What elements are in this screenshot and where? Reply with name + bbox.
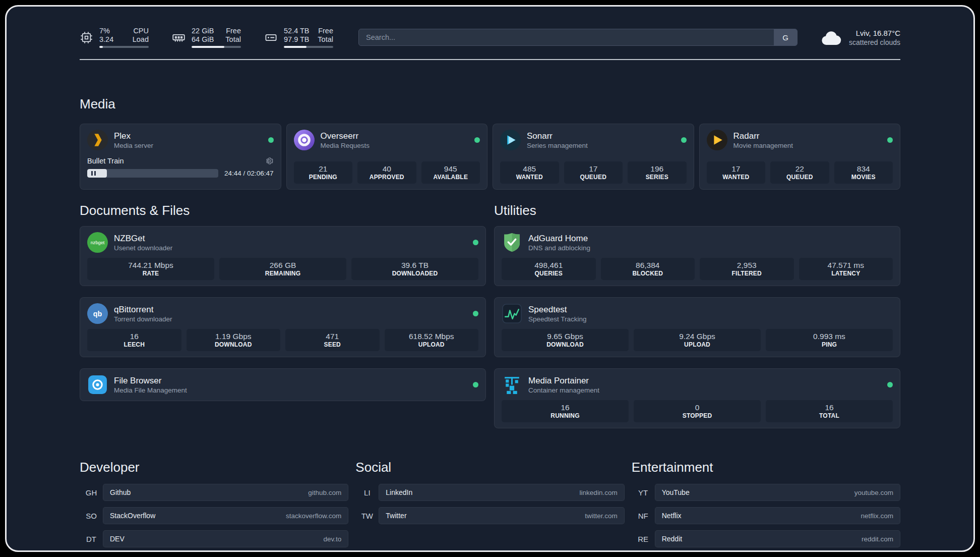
service-description: Media server [114, 141, 153, 150]
service-description: Speedtest Tracking [528, 315, 587, 323]
service-card-speedtest[interactable]: Speedtest Speedtest Tracking 9.65 GbpsDO… [494, 297, 900, 357]
bookmark-link-netflix[interactable]: Netflixnetflix.com [655, 507, 900, 524]
service-name: Radarr [733, 131, 793, 141]
service-card-nzbget[interactable]: nzbget NZBGet Usenet downloader 744.21 M… [80, 226, 486, 286]
memory-free: 22 GiB [192, 27, 214, 35]
service-name: Media Portainer [528, 375, 599, 386]
service-card-radarr[interactable]: Radarr Movie management 17WANTED 22QUEUE… [699, 124, 901, 190]
stat-box: 485WANTED [500, 161, 559, 184]
documents-column: Documents & Files nzbget NZBGet Usenet d… [80, 203, 486, 401]
search-provider-button[interactable]: G [774, 29, 797, 45]
cpu-widget: 7%CPU 3.24Load [80, 27, 149, 48]
bookmark-link-reddit[interactable]: Redditreddit.com [655, 530, 900, 547]
stat-box: 834MOVIES [834, 161, 893, 184]
cpu-load-label: Load [133, 35, 149, 44]
memory-progress-fill [192, 46, 224, 48]
bookmark-link-stackoverflow[interactable]: StackOverflowstackoverflow.com [103, 507, 348, 524]
bookmark-link-youtube[interactable]: YouTubeyoutube.com [655, 484, 900, 501]
stat-box: 618.52 MbpsUPLOAD [385, 329, 479, 351]
disk-progress-bar [284, 46, 333, 48]
service-card-portainer[interactable]: Media Portainer Container management 16R… [494, 368, 900, 428]
bookmark-abbr: TW [355, 512, 379, 520]
bookmark-link-github[interactable]: Githubgithub.com [103, 484, 348, 501]
sonarr-icon [500, 130, 521, 150]
search-bar: G [358, 29, 798, 46]
social-column: Social LI LinkedInlinkedin.com TW Twitte… [355, 460, 624, 524]
settings-gear-icon[interactable] [265, 156, 274, 165]
pause-icon [91, 171, 93, 176]
top-bar: 7%CPU 3.24Load 22 GiBFree 64 GiBTotal 52… [80, 7, 900, 48]
bookmark-link-linkedin[interactable]: LinkedInlinkedin.com [379, 484, 624, 501]
stat-box: 744.21 MbpsRATE [87, 258, 214, 280]
service-card-sonarr[interactable]: Sonarr Series management 485WANTED 17QUE… [493, 124, 694, 190]
status-indicator [268, 137, 274, 143]
stat-box: 9.65 GbpsDOWNLOAD [502, 329, 629, 351]
plex-icon [87, 130, 108, 150]
service-description: Torrent downloader [114, 315, 172, 323]
stat-box: 16RUNNING [502, 400, 629, 422]
service-name: Sonarr [527, 131, 588, 141]
search-input[interactable] [359, 29, 774, 45]
status-indicator [474, 137, 480, 143]
status-indicator [473, 240, 478, 245]
stat-box: 40APPROVED [357, 161, 416, 184]
header-divider [80, 59, 900, 60]
stat-box: 2,953FILTERED [700, 258, 794, 280]
stat-box: 196SERIES [628, 161, 687, 184]
service-name: NZBGet [114, 233, 172, 244]
radarr-icon [707, 130, 727, 150]
nzbget-icon: nzbget [87, 232, 108, 253]
bookmark-link-dev[interactable]: DEVdev.to [103, 530, 348, 547]
bookmark-abbr: GH [80, 488, 103, 497]
status-indicator [681, 137, 687, 143]
filebrowser-icon [87, 374, 108, 395]
disk-total-label: Total [318, 35, 333, 44]
cpu-progress-bar [99, 46, 149, 48]
playback-time: 24:44 / 02:06:47 [224, 170, 274, 177]
hdd-icon [264, 31, 278, 44]
service-card-qbittorrent[interactable]: qb qBittorrent Torrent downloader 16LEEC… [80, 297, 486, 357]
ram-icon [172, 31, 186, 44]
disk-total: 97.9 TB [284, 35, 310, 44]
section-title-developer: Developer [80, 460, 348, 475]
service-name: Plex [114, 131, 153, 141]
bookmark-abbr: LI [355, 488, 379, 497]
playback-progress-bar[interactable] [87, 169, 218, 178]
cpu-chip-icon [80, 31, 93, 44]
stat-box: 16TOTAL [766, 400, 893, 422]
memory-total: 64 GiB [192, 35, 214, 44]
stat-box: 471SEED [285, 329, 380, 351]
adguard-icon [502, 232, 522, 253]
service-description: DNS and adblocking [528, 244, 590, 252]
bookmark-row: DT DEVdev.to [80, 530, 348, 547]
bookmark-link-twitter[interactable]: Twittertwitter.com [379, 507, 624, 524]
portainer-icon [502, 374, 522, 395]
cloud-icon [821, 29, 842, 45]
service-card-adguard[interactable]: AdGuard Home DNS and adblocking 498,461Q… [494, 226, 900, 286]
disk-widget: 52.4 TBFree 97.9 TBTotal [264, 27, 333, 48]
bookmark-abbr: SO [80, 512, 103, 520]
stat-box: 22QUEUED [770, 161, 829, 184]
service-card-overseerr[interactable]: Overseerr Media Requests 21PENDING 40APP… [286, 124, 488, 190]
status-indicator [473, 311, 478, 316]
memory-free-label: Free [226, 27, 241, 35]
service-card-plex[interactable]: Plex Media server Bullet Train 24:44 / 0… [80, 124, 281, 190]
stat-box: 17WANTED [707, 161, 766, 184]
service-card-filebrowser[interactable]: File Browser Media File Management [80, 368, 486, 401]
stat-box: 9.24 GbpsUPLOAD [634, 329, 761, 351]
stat-box: 86,384BLOCKED [601, 258, 695, 280]
service-name: qBittorrent [114, 304, 172, 315]
bookmark-abbr: YT [632, 488, 655, 497]
bookmark-abbr: NF [632, 512, 655, 520]
now-playing-title: Bullet Train [87, 157, 124, 165]
weather-location: Lviv, 16.87°C [849, 28, 900, 38]
weather-condition: scattered clouds [849, 38, 900, 47]
entertainment-column: Entertainment YT YouTubeyoutube.com NF N… [632, 460, 900, 547]
section-title-documents: Documents & Files [80, 203, 486, 218]
overseerr-icon [294, 130, 315, 150]
svg-text:qb: qb [93, 310, 102, 318]
disk-free: 52.4 TB [284, 27, 310, 35]
service-description: Container management [528, 386, 599, 395]
cpu-progress-fill [99, 46, 103, 48]
stat-box: 21PENDING [294, 161, 353, 184]
